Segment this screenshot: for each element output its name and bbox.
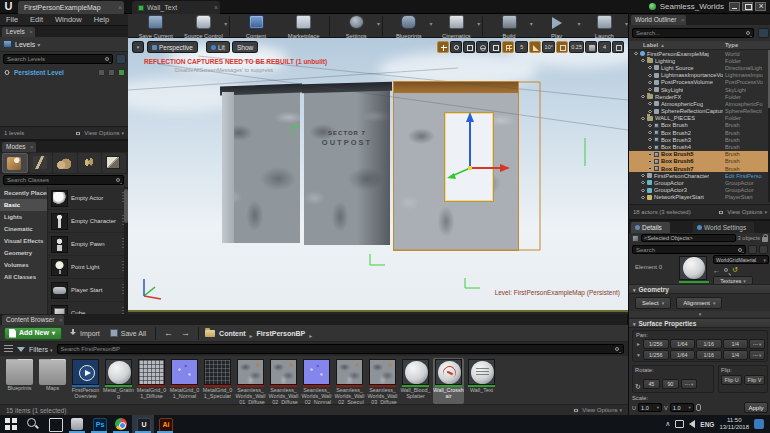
grid-snap-button[interactable] bbox=[502, 41, 514, 53]
placeable-item-empty-character[interactable]: Empty Character bbox=[48, 210, 128, 233]
speaker-icon[interactable] bbox=[689, 420, 695, 428]
asset-blueprints[interactable]: Blueprints bbox=[4, 358, 35, 404]
view-options-button[interactable]: View Options bbox=[74, 130, 124, 136]
scale-link-icon[interactable] bbox=[696, 404, 701, 411]
view-options-button[interactable]: View Options bbox=[717, 209, 767, 215]
save-all-button[interactable]: Save All bbox=[107, 327, 149, 340]
outliner-row-lightmassimportancevol[interactable]: LightmassImportanceVolLightmassImpo bbox=[629, 72, 768, 79]
taskbar-start-icon[interactable] bbox=[0, 415, 22, 433]
lock-icon[interactable] bbox=[98, 69, 105, 76]
outliner-row-box-brush2[interactable]: Box Brush2Brush bbox=[629, 129, 768, 136]
rotate-button-45[interactable]: 45 bbox=[643, 379, 660, 389]
pan-v-button-1-256[interactable]: 1/256 bbox=[643, 350, 669, 360]
sources-panel-icon[interactable] bbox=[4, 345, 13, 353]
visibility-eye-icon[interactable] bbox=[648, 145, 653, 148]
outliner-row-renderfx[interactable]: RenderFXFolder bbox=[629, 93, 768, 100]
menu-window[interactable]: Window bbox=[49, 15, 88, 24]
close-icon[interactable]: × bbox=[681, 15, 685, 25]
outliner-row-postprocessvolume[interactable]: PostProcessVolumePostProcessVo bbox=[629, 79, 768, 86]
outliner-filter-button[interactable] bbox=[758, 28, 769, 38]
close-icon[interactable]: × bbox=[118, 1, 122, 14]
menu-file[interactable]: File bbox=[0, 15, 24, 24]
asset-firstperson-overview[interactable]: FirstPerson Overview bbox=[70, 358, 101, 404]
notification-icon[interactable] bbox=[754, 419, 764, 429]
taskbar-search-icon[interactable] bbox=[22, 415, 44, 433]
save-level-icon[interactable] bbox=[108, 69, 115, 76]
tray-expand-icon[interactable]: ∧ bbox=[665, 420, 670, 428]
asset-seamless-worlds-wall-01-diffuse[interactable]: Seamless_Worlds_Wall_01_Diffuse bbox=[235, 358, 266, 404]
window-tab-map[interactable]: FirstPersonExampleMap × bbox=[18, 1, 124, 14]
pan-u-button-1-64[interactable]: 1/64 bbox=[670, 339, 696, 349]
modes-category-volumes[interactable]: Volumes bbox=[0, 259, 47, 271]
outliner-row-box-brush6[interactable]: Box Brush6Brush bbox=[629, 158, 768, 165]
asset-metalgrid-01-specular[interactable]: MetalGrid_01_Specular bbox=[202, 358, 233, 404]
asset-maps[interactable]: Maps bbox=[37, 358, 68, 404]
visibility-eye-icon[interactable] bbox=[648, 110, 653, 113]
asset-seamless-worlds-wall-03-diffuse[interactable]: Seamless_Worlds_Wall_03_Diffuse bbox=[367, 358, 398, 404]
asset-wall-text[interactable]: Wall_Text bbox=[466, 358, 497, 404]
asset-wall-blood-splatter[interactable]: Wall_Blood_Splatter bbox=[400, 358, 431, 404]
outliner-row-wall-pieces[interactable]: WALL_PIECESFolder bbox=[629, 115, 768, 122]
selected-objects-dropdown[interactable]: <Selected Objects> bbox=[641, 234, 736, 242]
placeable-item-point-light[interactable]: Point Light bbox=[48, 256, 128, 279]
close-icon[interactable]: × bbox=[59, 315, 63, 325]
show-button[interactable]: Show bbox=[232, 41, 258, 53]
toolbar-source-control[interactable]: Source Control bbox=[183, 15, 225, 39]
rotation-snap-button[interactable] bbox=[529, 41, 541, 53]
visibility-eye-icon[interactable] bbox=[641, 189, 646, 192]
tab-world-outliner[interactable]: World Outliner× bbox=[631, 15, 686, 25]
outliner-row-box-brush7[interactable]: Box Brush7Brush bbox=[629, 165, 768, 172]
outliner-row-groupactor[interactable]: GroupActorGroupActor bbox=[629, 179, 768, 186]
close-button[interactable] bbox=[755, 2, 766, 11]
toolbar-blueprints[interactable]: Blueprints bbox=[388, 15, 430, 39]
display-filter-icon[interactable] bbox=[759, 245, 768, 254]
mode-foliage[interactable] bbox=[78, 153, 102, 173]
flip-v-button[interactable]: Flip V bbox=[744, 375, 765, 385]
close-icon[interactable]: × bbox=[30, 142, 34, 152]
outliner-row-box-brush[interactable]: Box BrushBrush bbox=[629, 122, 768, 129]
toolbar-content[interactable]: Content bbox=[235, 15, 277, 39]
section-expander[interactable]: ▾ bbox=[629, 311, 770, 317]
scale-snap-button[interactable] bbox=[556, 41, 568, 53]
mode-paint[interactable] bbox=[29, 153, 53, 173]
level-viewport[interactable]: SECTOR 7 OUTPOST bbox=[128, 38, 628, 312]
back-button[interactable]: ← bbox=[162, 327, 175, 340]
levels-dropdown[interactable]: Levels bbox=[15, 41, 40, 48]
asset-seamless-worlds-wall-02-normal[interactable]: Seamless_Worlds_Wall_02_Normal bbox=[301, 358, 332, 404]
material-thumbnail[interactable] bbox=[679, 256, 707, 280]
mode-place[interactable] bbox=[2, 153, 28, 173]
toolbar-build[interactable]: Build bbox=[488, 15, 530, 39]
taskbar-unreal-engine-icon[interactable]: U bbox=[132, 415, 154, 433]
visibility-eye-icon[interactable] bbox=[634, 52, 639, 55]
camera-speed-button[interactable] bbox=[585, 41, 597, 53]
visibility-eye-icon[interactable] bbox=[641, 181, 646, 184]
visibility-eye-icon[interactable] bbox=[648, 74, 653, 77]
view-options-button[interactable]: View Options bbox=[572, 407, 622, 413]
placeable-item-player-start[interactable]: Player Start bbox=[48, 279, 128, 302]
modes-category-geometry[interactable]: Geometry bbox=[0, 247, 47, 259]
property-matrix-icon[interactable] bbox=[748, 245, 757, 254]
toolbar-cinematics[interactable]: Cinematics bbox=[436, 15, 478, 39]
viewport-options-button[interactable]: ▾ bbox=[132, 41, 144, 53]
visibility-eye-icon[interactable] bbox=[648, 124, 653, 127]
visibility-eye-icon[interactable] bbox=[648, 160, 653, 163]
menu-help[interactable]: Help bbox=[88, 15, 115, 24]
menu-edit[interactable]: Edit bbox=[24, 15, 49, 24]
visibility-eye-icon[interactable] bbox=[641, 174, 646, 177]
flip-u-button[interactable]: Flip U bbox=[721, 375, 742, 385]
toolbar-marketplace[interactable]: Marketplace bbox=[283, 15, 325, 39]
maximize-button[interactable] bbox=[742, 2, 753, 11]
modes-category-lights[interactable]: Lights bbox=[0, 211, 47, 223]
lock-icon[interactable] bbox=[762, 237, 768, 242]
mode-geometry[interactable] bbox=[102, 153, 126, 173]
apply-button[interactable]: Apply bbox=[744, 402, 768, 413]
outliner-row-firstpersoncharacter[interactable]: FirstPersonCharacterEdit FirstPerso bbox=[629, 172, 768, 179]
geometry-section-header[interactable]: Geometry bbox=[629, 284, 770, 294]
outliner-row-light-source[interactable]: Light SourceDirectionalLigh bbox=[629, 64, 768, 71]
modes-category-visual-effects[interactable]: Visual Effects bbox=[0, 235, 47, 247]
display-tray-icon[interactable] bbox=[675, 420, 684, 428]
visibility-eye-icon[interactable] bbox=[648, 102, 653, 105]
scale-snap-value[interactable]: 0.25 bbox=[569, 41, 584, 53]
maximize-viewport-button[interactable] bbox=[612, 41, 624, 53]
asset-metal-grating[interactable]: Metal_Grating bbox=[103, 358, 134, 404]
